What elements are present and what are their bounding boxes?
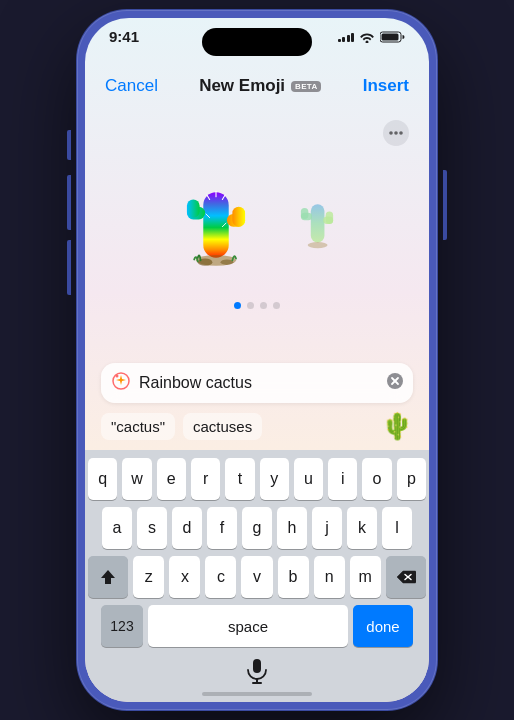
svg-rect-18 [311, 204, 325, 242]
suggestions-row: "cactus" cactuses 🌵 [85, 403, 429, 450]
key-x[interactable]: x [169, 556, 200, 598]
beta-badge: BETA [291, 81, 321, 92]
svg-rect-31 [253, 659, 261, 673]
key-q[interactable]: q [88, 458, 117, 500]
key-r[interactable]: r [191, 458, 220, 500]
svg-rect-7 [187, 199, 200, 217]
nav-title-wrap: New Emoji BETA [199, 76, 321, 96]
key-e[interactable]: e [157, 458, 186, 500]
cancel-button[interactable]: Cancel [105, 76, 158, 96]
key-k[interactable]: k [347, 507, 377, 549]
nav-title: New Emoji [199, 76, 285, 96]
key-v[interactable]: v [241, 556, 272, 598]
key-h[interactable]: h [277, 507, 307, 549]
main-emoji[interactable] [166, 174, 266, 278]
pagination-dots [234, 302, 280, 309]
secondary-emoji[interactable] [286, 193, 348, 259]
key-n[interactable]: n [314, 556, 345, 598]
key-w[interactable]: w [122, 458, 151, 500]
numbers-key[interactable]: 123 [101, 605, 143, 647]
svg-point-4 [399, 131, 403, 135]
svg-point-3 [394, 131, 398, 135]
key-s[interactable]: s [137, 507, 167, 549]
bottom-bar [88, 654, 426, 696]
key-z[interactable]: z [133, 556, 164, 598]
suggestion-cactus-emoji[interactable]: 🌵 [381, 411, 413, 442]
svg-rect-1 [382, 33, 399, 40]
svg-rect-22 [326, 212, 333, 224]
key-t[interactable]: t [225, 458, 254, 500]
key-c[interactable]: c [205, 556, 236, 598]
svg-rect-9 [232, 207, 245, 227]
keyboard-row-4: 123 space done [88, 605, 426, 647]
dot-4[interactable] [273, 302, 280, 309]
suggestion-cactuses[interactable]: cactuses [183, 413, 262, 440]
signal-icon [338, 31, 355, 42]
shift-key[interactable] [88, 556, 128, 598]
key-g[interactable]: g [242, 507, 272, 549]
suggestion-cactus-quoted[interactable]: "cactus" [101, 413, 175, 440]
nav-bar: Cancel New Emoji BETA Insert [85, 68, 429, 106]
more-button[interactable] [383, 120, 409, 146]
keyboard: q w e r t y u i o p a s d f g [85, 450, 429, 702]
svg-point-23 [308, 242, 328, 248]
main-content: Cancel New Emoji BETA Insert [85, 18, 429, 702]
key-i[interactable]: i [328, 458, 357, 500]
delete-key[interactable] [386, 556, 426, 598]
phone-frame: 9:41 [77, 10, 437, 710]
svg-rect-5 [203, 192, 228, 257]
insert-button[interactable]: Insert [363, 76, 409, 96]
phone-screen: 9:41 [85, 18, 429, 702]
key-m[interactable]: m [350, 556, 381, 598]
key-o[interactable]: o [362, 458, 391, 500]
key-y[interactable]: y [260, 458, 289, 500]
search-bar [101, 363, 413, 403]
dynamic-island [202, 28, 312, 56]
key-l[interactable]: l [382, 507, 412, 549]
emoji-carousel [105, 154, 409, 298]
svg-point-2 [389, 131, 393, 135]
search-input[interactable] [139, 374, 379, 392]
dot-1[interactable] [234, 302, 241, 309]
keyboard-row-2: a s d f g h j k l [88, 507, 426, 549]
status-icons [338, 31, 406, 43]
key-j[interactable]: j [312, 507, 342, 549]
key-p[interactable]: p [397, 458, 426, 500]
key-a[interactable]: a [102, 507, 132, 549]
wifi-icon [359, 31, 375, 43]
emoji-area [85, 106, 429, 357]
done-key[interactable]: done [353, 605, 413, 647]
key-d[interactable]: d [172, 507, 202, 549]
key-f[interactable]: f [207, 507, 237, 549]
dot-3[interactable] [260, 302, 267, 309]
dot-2[interactable] [247, 302, 254, 309]
keyboard-row-3: z x c v b n m [88, 556, 426, 598]
search-icon [111, 371, 131, 395]
space-key[interactable]: space [148, 605, 348, 647]
svg-point-17 [221, 259, 234, 264]
svg-point-25 [116, 375, 119, 378]
key-u[interactable]: u [294, 458, 323, 500]
keyboard-row-1: q w e r t y u i o p [88, 458, 426, 500]
home-indicator [202, 692, 312, 696]
search-section [85, 357, 429, 403]
mic-button[interactable] [246, 658, 268, 688]
battery-icon [380, 31, 405, 43]
search-clear-button[interactable] [387, 373, 403, 393]
svg-rect-20 [301, 208, 308, 219]
key-b[interactable]: b [278, 556, 309, 598]
status-time: 9:41 [109, 28, 139, 45]
